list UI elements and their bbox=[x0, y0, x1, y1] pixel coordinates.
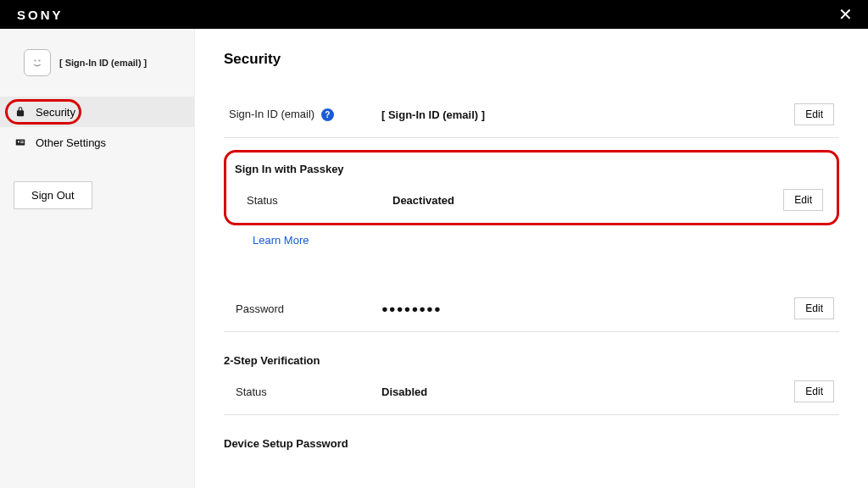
sidebar-item-security[interactable]: Security bbox=[0, 97, 194, 127]
signin-id-label: Sign-In ID (email) ? bbox=[229, 108, 381, 121]
passkey-status-value: Deactivated bbox=[392, 194, 772, 207]
passkey-section-title: Sign In with Passkey bbox=[235, 163, 828, 175]
brand-logo: SONY bbox=[17, 8, 64, 22]
sidebar-item-label: Other Settings bbox=[36, 136, 106, 149]
passkey-section-highlighted: Sign In with Passkey Status Deactivated … bbox=[224, 150, 839, 225]
main-content: Security Sign-In ID (email) ? [ Sign-In … bbox=[195, 29, 868, 488]
passkey-status-row: Status Deactivated Edit bbox=[235, 179, 828, 221]
sidebar-item-label: Security bbox=[36, 106, 75, 119]
svg-point-1 bbox=[38, 59, 40, 61]
twostep-status-label: Status bbox=[229, 385, 381, 398]
close-icon[interactable]: ✕ bbox=[838, 4, 853, 25]
device-setup-section-title: Device Setup Password bbox=[224, 437, 839, 450]
edit-twostep-button[interactable]: Edit bbox=[794, 380, 834, 402]
id-card-icon bbox=[14, 136, 27, 149]
password-value: ●●●●●●●● bbox=[381, 302, 783, 315]
twostep-section-title: 2-Step Verification bbox=[224, 354, 839, 367]
signin-id-value: [ Sign-In ID (email) ] bbox=[381, 108, 783, 121]
lock-icon bbox=[14, 105, 27, 119]
avatar bbox=[24, 49, 51, 76]
twostep-status-value: Disabled bbox=[381, 385, 783, 398]
edit-passkey-button[interactable]: Edit bbox=[783, 189, 823, 211]
sign-out-button[interactable]: Sign Out bbox=[14, 181, 92, 209]
page-title: Security bbox=[224, 51, 839, 68]
edit-signin-id-button[interactable]: Edit bbox=[794, 103, 834, 125]
app-header: SONY ✕ bbox=[0, 0, 868, 29]
svg-point-0 bbox=[34, 59, 36, 61]
profile-label: [ Sign-In ID (email) ] bbox=[59, 58, 147, 68]
twostep-status-row: Status Disabled Edit bbox=[224, 370, 839, 415]
svg-rect-5 bbox=[20, 142, 24, 143]
signin-id-row: Sign-In ID (email) ? [ Sign-In ID (email… bbox=[224, 93, 839, 138]
passkey-status-label: Status bbox=[240, 194, 392, 207]
help-icon[interactable]: ? bbox=[321, 108, 334, 121]
sidebar: [ Sign-In ID (email) ] Security Other Se… bbox=[0, 29, 195, 488]
sidebar-item-other-settings[interactable]: Other Settings bbox=[0, 127, 194, 158]
svg-rect-4 bbox=[20, 141, 24, 141]
password-row: Password ●●●●●●●● Edit bbox=[224, 287, 839, 332]
smiley-icon bbox=[29, 54, 46, 71]
password-label: Password bbox=[229, 302, 381, 315]
edit-password-button[interactable]: Edit bbox=[794, 297, 834, 319]
svg-point-3 bbox=[18, 141, 19, 142]
learn-more-link[interactable]: Learn More bbox=[253, 234, 309, 247]
profile-block: [ Sign-In ID (email) ] bbox=[0, 49, 194, 97]
